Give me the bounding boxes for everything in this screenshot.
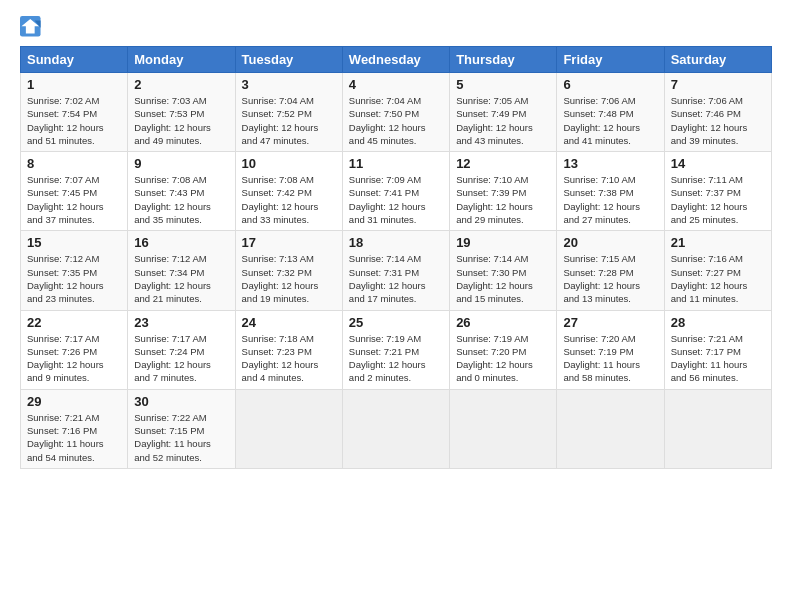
calendar-cell: 19 Sunrise: 7:14 AM Sunset: 7:30 PM Dayl… — [450, 231, 557, 310]
calendar-cell: 28 Sunrise: 7:21 AM Sunset: 7:17 PM Dayl… — [664, 310, 771, 389]
calendar-cell: 17 Sunrise: 7:13 AM Sunset: 7:32 PM Dayl… — [235, 231, 342, 310]
day-info: Sunrise: 7:16 AM Sunset: 7:27 PM Dayligh… — [671, 252, 765, 305]
day-info: Sunrise: 7:04 AM Sunset: 7:50 PM Dayligh… — [349, 94, 443, 147]
calendar-cell: 13 Sunrise: 7:10 AM Sunset: 7:38 PM Dayl… — [557, 152, 664, 231]
day-info: Sunrise: 7:06 AM Sunset: 7:48 PM Dayligh… — [563, 94, 657, 147]
calendar-cell: 6 Sunrise: 7:06 AM Sunset: 7:48 PM Dayli… — [557, 73, 664, 152]
calendar-cell: 15 Sunrise: 7:12 AM Sunset: 7:35 PM Dayl… — [21, 231, 128, 310]
day-number: 30 — [134, 394, 228, 409]
day-number: 24 — [242, 315, 336, 330]
calendar-cell: 30 Sunrise: 7:22 AM Sunset: 7:15 PM Dayl… — [128, 389, 235, 468]
day-number: 5 — [456, 77, 550, 92]
calendar-cell: 3 Sunrise: 7:04 AM Sunset: 7:52 PM Dayli… — [235, 73, 342, 152]
day-info: Sunrise: 7:02 AM Sunset: 7:54 PM Dayligh… — [27, 94, 121, 147]
day-number: 14 — [671, 156, 765, 171]
calendar-cell: 7 Sunrise: 7:06 AM Sunset: 7:46 PM Dayli… — [664, 73, 771, 152]
calendar-week-1: 1 Sunrise: 7:02 AM Sunset: 7:54 PM Dayli… — [21, 73, 772, 152]
calendar-header-row: SundayMondayTuesdayWednesdayThursdayFrid… — [21, 47, 772, 73]
day-info: Sunrise: 7:12 AM Sunset: 7:34 PM Dayligh… — [134, 252, 228, 305]
calendar-cell — [235, 389, 342, 468]
day-number: 27 — [563, 315, 657, 330]
calendar-cell: 1 Sunrise: 7:02 AM Sunset: 7:54 PM Dayli… — [21, 73, 128, 152]
logo-icon — [20, 16, 42, 38]
calendar-cell: 24 Sunrise: 7:18 AM Sunset: 7:23 PM Dayl… — [235, 310, 342, 389]
day-number: 10 — [242, 156, 336, 171]
day-info: Sunrise: 7:17 AM Sunset: 7:24 PM Dayligh… — [134, 332, 228, 385]
day-info: Sunrise: 7:10 AM Sunset: 7:38 PM Dayligh… — [563, 173, 657, 226]
day-info: Sunrise: 7:15 AM Sunset: 7:28 PM Dayligh… — [563, 252, 657, 305]
day-header-monday: Monday — [128, 47, 235, 73]
calendar-week-4: 22 Sunrise: 7:17 AM Sunset: 7:26 PM Dayl… — [21, 310, 772, 389]
day-info: Sunrise: 7:19 AM Sunset: 7:20 PM Dayligh… — [456, 332, 550, 385]
day-info: Sunrise: 7:20 AM Sunset: 7:19 PM Dayligh… — [563, 332, 657, 385]
day-number: 23 — [134, 315, 228, 330]
calendar-cell: 21 Sunrise: 7:16 AM Sunset: 7:27 PM Dayl… — [664, 231, 771, 310]
day-info: Sunrise: 7:08 AM Sunset: 7:43 PM Dayligh… — [134, 173, 228, 226]
day-info: Sunrise: 7:21 AM Sunset: 7:17 PM Dayligh… — [671, 332, 765, 385]
day-number: 6 — [563, 77, 657, 92]
calendar-cell: 9 Sunrise: 7:08 AM Sunset: 7:43 PM Dayli… — [128, 152, 235, 231]
header — [20, 16, 772, 38]
logo — [20, 16, 47, 38]
day-info: Sunrise: 7:10 AM Sunset: 7:39 PM Dayligh… — [456, 173, 550, 226]
day-header-friday: Friday — [557, 47, 664, 73]
calendar-cell: 10 Sunrise: 7:08 AM Sunset: 7:42 PM Dayl… — [235, 152, 342, 231]
day-info: Sunrise: 7:19 AM Sunset: 7:21 PM Dayligh… — [349, 332, 443, 385]
day-number: 15 — [27, 235, 121, 250]
day-number: 22 — [27, 315, 121, 330]
day-info: Sunrise: 7:09 AM Sunset: 7:41 PM Dayligh… — [349, 173, 443, 226]
calendar-cell — [342, 389, 449, 468]
day-info: Sunrise: 7:08 AM Sunset: 7:42 PM Dayligh… — [242, 173, 336, 226]
calendar-cell: 26 Sunrise: 7:19 AM Sunset: 7:20 PM Dayl… — [450, 310, 557, 389]
day-number: 8 — [27, 156, 121, 171]
day-info: Sunrise: 7:18 AM Sunset: 7:23 PM Dayligh… — [242, 332, 336, 385]
calendar-cell: 5 Sunrise: 7:05 AM Sunset: 7:49 PM Dayli… — [450, 73, 557, 152]
day-number: 9 — [134, 156, 228, 171]
day-number: 16 — [134, 235, 228, 250]
calendar-cell: 11 Sunrise: 7:09 AM Sunset: 7:41 PM Dayl… — [342, 152, 449, 231]
calendar-cell: 16 Sunrise: 7:12 AM Sunset: 7:34 PM Dayl… — [128, 231, 235, 310]
day-number: 28 — [671, 315, 765, 330]
day-number: 26 — [456, 315, 550, 330]
calendar-cell: 18 Sunrise: 7:14 AM Sunset: 7:31 PM Dayl… — [342, 231, 449, 310]
day-info: Sunrise: 7:14 AM Sunset: 7:30 PM Dayligh… — [456, 252, 550, 305]
day-number: 11 — [349, 156, 443, 171]
calendar-cell: 27 Sunrise: 7:20 AM Sunset: 7:19 PM Dayl… — [557, 310, 664, 389]
calendar-cell — [450, 389, 557, 468]
day-number: 12 — [456, 156, 550, 171]
calendar-cell: 8 Sunrise: 7:07 AM Sunset: 7:45 PM Dayli… — [21, 152, 128, 231]
day-info: Sunrise: 7:06 AM Sunset: 7:46 PM Dayligh… — [671, 94, 765, 147]
page-container: SundayMondayTuesdayWednesdayThursdayFrid… — [0, 0, 792, 479]
day-number: 7 — [671, 77, 765, 92]
day-number: 21 — [671, 235, 765, 250]
day-number: 17 — [242, 235, 336, 250]
day-info: Sunrise: 7:04 AM Sunset: 7:52 PM Dayligh… — [242, 94, 336, 147]
calendar-week-3: 15 Sunrise: 7:12 AM Sunset: 7:35 PM Dayl… — [21, 231, 772, 310]
calendar-table: SundayMondayTuesdayWednesdayThursdayFrid… — [20, 46, 772, 469]
day-number: 2 — [134, 77, 228, 92]
day-info: Sunrise: 7:14 AM Sunset: 7:31 PM Dayligh… — [349, 252, 443, 305]
day-number: 25 — [349, 315, 443, 330]
day-number: 1 — [27, 77, 121, 92]
calendar-cell: 2 Sunrise: 7:03 AM Sunset: 7:53 PM Dayli… — [128, 73, 235, 152]
day-info: Sunrise: 7:12 AM Sunset: 7:35 PM Dayligh… — [27, 252, 121, 305]
calendar-week-2: 8 Sunrise: 7:07 AM Sunset: 7:45 PM Dayli… — [21, 152, 772, 231]
calendar-cell — [664, 389, 771, 468]
calendar-cell: 12 Sunrise: 7:10 AM Sunset: 7:39 PM Dayl… — [450, 152, 557, 231]
calendar-cell — [557, 389, 664, 468]
day-number: 18 — [349, 235, 443, 250]
day-info: Sunrise: 7:21 AM Sunset: 7:16 PM Dayligh… — [27, 411, 121, 464]
calendar-cell: 25 Sunrise: 7:19 AM Sunset: 7:21 PM Dayl… — [342, 310, 449, 389]
day-number: 19 — [456, 235, 550, 250]
day-info: Sunrise: 7:11 AM Sunset: 7:37 PM Dayligh… — [671, 173, 765, 226]
day-number: 3 — [242, 77, 336, 92]
calendar-week-5: 29 Sunrise: 7:21 AM Sunset: 7:16 PM Dayl… — [21, 389, 772, 468]
day-header-wednesday: Wednesday — [342, 47, 449, 73]
day-number: 13 — [563, 156, 657, 171]
day-info: Sunrise: 7:13 AM Sunset: 7:32 PM Dayligh… — [242, 252, 336, 305]
calendar-cell: 22 Sunrise: 7:17 AM Sunset: 7:26 PM Dayl… — [21, 310, 128, 389]
calendar-cell: 29 Sunrise: 7:21 AM Sunset: 7:16 PM Dayl… — [21, 389, 128, 468]
day-info: Sunrise: 7:17 AM Sunset: 7:26 PM Dayligh… — [27, 332, 121, 385]
calendar-cell: 23 Sunrise: 7:17 AM Sunset: 7:24 PM Dayl… — [128, 310, 235, 389]
day-info: Sunrise: 7:22 AM Sunset: 7:15 PM Dayligh… — [134, 411, 228, 464]
